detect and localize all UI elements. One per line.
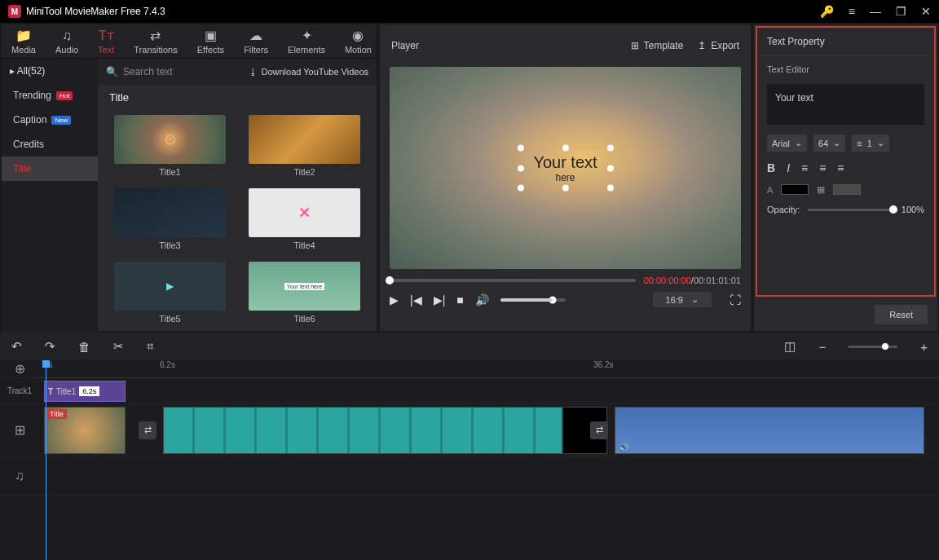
overlay-text-sub: here <box>533 172 597 183</box>
reset-button[interactable]: Reset <box>875 305 928 324</box>
player-label: Player <box>391 40 419 51</box>
thumb-title1[interactable]: Title1 <box>114 115 226 177</box>
redo-button[interactable]: ↷ <box>45 339 55 354</box>
text-clip[interactable]: T Title1 6.2s <box>44 381 126 402</box>
text-editor-label: Text Editor <box>767 64 924 74</box>
new-badge: New <box>51 116 71 125</box>
thumb-title4[interactable]: Title4 <box>249 188 360 250</box>
play-button[interactable]: ▶ <box>390 293 399 306</box>
aspect-select[interactable]: 16:9⌄ <box>653 292 712 307</box>
audio-track[interactable] <box>39 456 939 496</box>
text-track[interactable]: T Title1 6.2s <box>39 378 939 404</box>
preview-canvas[interactable]: Your text here <box>390 67 741 269</box>
transition-button[interactable]: ⇄ <box>139 421 156 439</box>
download-youtube-link[interactable]: ⭳Download YouTube Videos <box>249 67 369 77</box>
bold-button[interactable]: B <box>767 161 775 174</box>
split-button[interactable]: ✂ <box>113 339 124 354</box>
tab-audio[interactable]: ♫Audio <box>46 25 88 58</box>
resize-handle[interactable] <box>562 185 568 192</box>
font-select[interactable]: Arial⌄ <box>767 134 807 152</box>
category-all[interactable]: ▸ All(52) <box>2 59 98 83</box>
key-icon[interactable]: 🔑 <box>820 5 834 18</box>
video-track-icon: ⊞ <box>0 404 39 456</box>
category-trending[interactable]: TrendingHot <box>2 83 98 108</box>
resize-handle[interactable] <box>517 145 523 152</box>
properties-header: Text Property <box>757 28 934 56</box>
minimize-icon[interactable]: — <box>870 5 881 18</box>
thumb-title6[interactable]: Your text hereTitle6 <box>249 262 360 324</box>
undo-button[interactable]: ↶ <box>11 339 22 354</box>
zoom-in-button[interactable]: + <box>920 340 928 354</box>
chevron-down-icon: ⌄ <box>691 294 699 305</box>
tab-effects[interactable]: ▣Effects <box>187 24 234 58</box>
timeline-ruler[interactable]: 0s 6.2s 36.2s <box>39 360 939 378</box>
thumb-title2[interactable]: Title2 <box>249 115 360 177</box>
resize-handle[interactable] <box>517 165 523 171</box>
size-select[interactable]: 64⌄ <box>813 134 845 152</box>
overlay-text-main: Your text <box>533 153 597 172</box>
tab-motion[interactable]: ◉Motion <box>335 24 381 58</box>
tab-filters[interactable]: ☁Filters <box>234 24 278 58</box>
align-right-button[interactable]: ≡ <box>837 161 844 174</box>
italic-button[interactable]: I <box>787 161 790 174</box>
resize-handle[interactable] <box>607 145 614 152</box>
chevron-down-icon: ⌄ <box>877 138 884 148</box>
volume-icon[interactable]: 🔊 <box>475 293 489 306</box>
text-color-swatch[interactable] <box>781 184 809 195</box>
maximize-icon[interactable]: ❐ <box>896 5 906 18</box>
bg-color-swatch[interactable] <box>833 184 861 195</box>
stop-button[interactable]: ■ <box>456 293 463 306</box>
add-track-button[interactable]: ⊕ <box>0 360 39 378</box>
template-button[interactable]: ⊞Template <box>631 40 684 51</box>
video-track[interactable]: Title ⇄ ⇄ 🔊 <box>39 404 939 456</box>
video-clip-2[interactable] <box>163 407 562 454</box>
tab-text[interactable]: TᴛText <box>88 24 124 58</box>
thumb-title3[interactable]: Title3 <box>114 188 226 250</box>
resize-handle[interactable] <box>607 185 614 192</box>
resize-handle[interactable] <box>607 165 614 171</box>
menu-icon[interactable]: ≡ <box>849 5 855 18</box>
align-left-button[interactable]: ≡ <box>801 161 808 174</box>
next-frame-button[interactable]: ▶| <box>434 293 446 306</box>
tab-transitions[interactable]: ⇄Transitions <box>124 24 187 58</box>
close-icon[interactable]: ✕ <box>921 5 931 18</box>
prev-frame-button[interactable]: |◀ <box>410 293 422 306</box>
clip-title: Title1 <box>56 387 76 396</box>
tab-media[interactable]: 📁Media <box>2 24 46 58</box>
category-credits[interactable]: Credits <box>2 132 98 157</box>
fullscreen-button[interactable]: ⛶ <box>730 293 741 306</box>
gallery-group-title: Title <box>98 85 377 104</box>
playhead[interactable] <box>46 360 46 560</box>
lineheight-select[interactable]: ≡1⌄ <box>852 134 889 152</box>
category-caption[interactable]: CaptionNew <box>2 108 98 132</box>
text-input[interactable] <box>767 84 924 125</box>
asset-tabbar: 📁Media ♫Audio TᴛText ⇄Transitions ▣Effec… <box>2 24 377 59</box>
text-overlay[interactable]: Your text here <box>519 148 611 189</box>
delete-button[interactable]: 🗑 <box>78 340 90 354</box>
timeline-extra-icon[interactable]: ◫ <box>784 339 796 354</box>
category-title[interactable]: Title <box>2 157 98 181</box>
tab-elements[interactable]: ✦Elements <box>278 24 335 58</box>
export-button[interactable]: ↥Export <box>698 40 739 51</box>
properties-panel: Text Property Text Editor Arial⌄ 64⌄ ≡1⌄… <box>754 24 937 331</box>
opacity-slider[interactable] <box>808 209 893 211</box>
thumb-title5[interactable]: Title5 <box>114 262 226 324</box>
crop-button[interactable]: ⌗ <box>147 339 153 354</box>
volume-slider[interactable] <box>500 298 566 302</box>
zoom-out-button[interactable]: − <box>818 340 826 354</box>
text-icon: T <box>48 387 53 396</box>
bg-color-icon: ▦ <box>817 184 825 195</box>
lineheight-icon: ≡ <box>857 139 862 148</box>
resize-handle[interactable] <box>562 145 568 152</box>
align-center-button[interactable]: ≡ <box>819 161 826 174</box>
resize-handle[interactable] <box>517 185 523 192</box>
seekbar[interactable] <box>390 279 636 282</box>
search-input[interactable]: 🔍Search text <box>106 66 240 77</box>
video-clip-1[interactable]: Title <box>44 407 126 454</box>
download-icon: ⭳ <box>249 67 258 77</box>
text-icon: Tᴛ <box>99 28 114 43</box>
clip-duration: 6.2s <box>79 386 99 396</box>
video-clip-3[interactable]: 🔊 <box>615 407 924 454</box>
transition-button[interactable]: ⇄ <box>590 421 608 439</box>
zoom-slider[interactable] <box>849 346 897 348</box>
